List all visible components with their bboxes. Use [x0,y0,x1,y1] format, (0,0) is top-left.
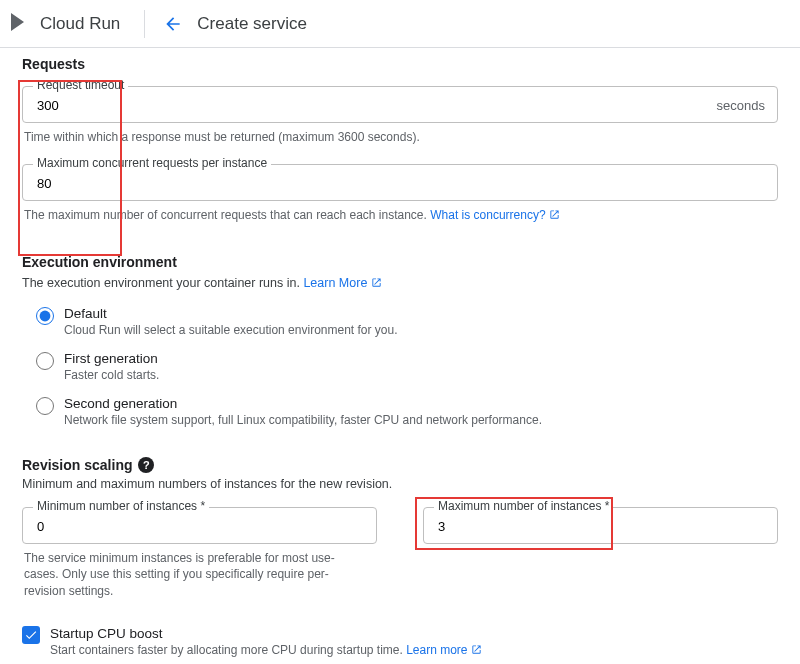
min-instances-field: Minimum number of instances * [22,507,377,544]
arrow-left-icon [163,14,183,34]
page-title: Create service [197,14,307,34]
min-instances-helper: The service minimum instances is prefera… [24,550,344,600]
min-instances-label: Minimum number of instances * [33,499,209,513]
exec-env-section: Execution environment The execution envi… [22,254,778,427]
external-link-icon [471,644,482,655]
max-instances-label: Maximum number of instances * [434,499,613,513]
min-instances-input[interactable] [35,518,364,535]
request-timeout-field: Request timeout seconds [22,86,778,123]
cpu-boost-learn-link[interactable]: Learn more [406,643,482,657]
cpu-boost-checkbox[interactable] [22,626,40,644]
request-timeout-suffix: seconds [709,98,765,113]
external-link-icon [371,277,382,288]
max-instances-input[interactable] [436,518,765,535]
check-icon [24,628,38,642]
request-timeout-label: Request timeout [33,78,128,92]
product-name: Cloud Run [40,14,120,34]
exec-env-heading: Execution environment [22,254,778,270]
concurrency-label: Maximum concurrent requests per instance [33,156,271,170]
concurrency-helper: The maximum number of concurrent request… [24,207,776,224]
concurrency-field: Maximum concurrent requests per instance [22,164,778,201]
exec-env-option-second-gen[interactable]: Second generation Network file system su… [36,396,778,427]
app-bar: Cloud Run Create service [0,0,800,48]
back-button[interactable] [155,6,191,42]
cloud-run-icon [8,10,32,37]
radio-second-gen[interactable] [36,397,54,415]
requests-section: Requests Request timeout seconds Time wi… [22,56,778,224]
scaling-section: Revision scaling ? Minimum and maximum n… [22,457,778,657]
radio-default[interactable] [36,307,54,325]
scaling-heading: Revision scaling [22,457,132,473]
concurrency-input[interactable] [35,175,765,192]
external-link-icon [549,209,560,220]
max-instances-field: Maximum number of instances * [423,507,778,544]
exec-env-learn-link[interactable]: Learn More [303,276,381,290]
concurrency-learn-link[interactable]: What is concurrency? [430,208,560,222]
help-icon[interactable]: ? [138,457,154,473]
scaling-sub: Minimum and maximum numbers of instances… [22,477,778,491]
exec-env-option-first-gen[interactable]: First generation Faster cold starts. [36,351,778,382]
exec-env-option-default[interactable]: Default Cloud Run will select a suitable… [36,306,778,337]
requests-heading: Requests [22,56,778,72]
cpu-boost-desc: Start containers faster by allocating mo… [50,643,482,657]
exec-env-sub: The execution environment your container… [22,276,778,290]
exec-env-radio-group: Default Cloud Run will select a suitable… [36,306,778,427]
request-timeout-input[interactable] [35,97,709,114]
divider [144,10,145,38]
product-logo: Cloud Run [8,10,136,37]
cpu-boost-title: Startup CPU boost [50,626,482,641]
radio-first-gen[interactable] [36,352,54,370]
request-timeout-helper: Time within which a response must be ret… [24,129,776,146]
cpu-boost-row[interactable]: Startup CPU boost Start containers faste… [22,626,778,657]
